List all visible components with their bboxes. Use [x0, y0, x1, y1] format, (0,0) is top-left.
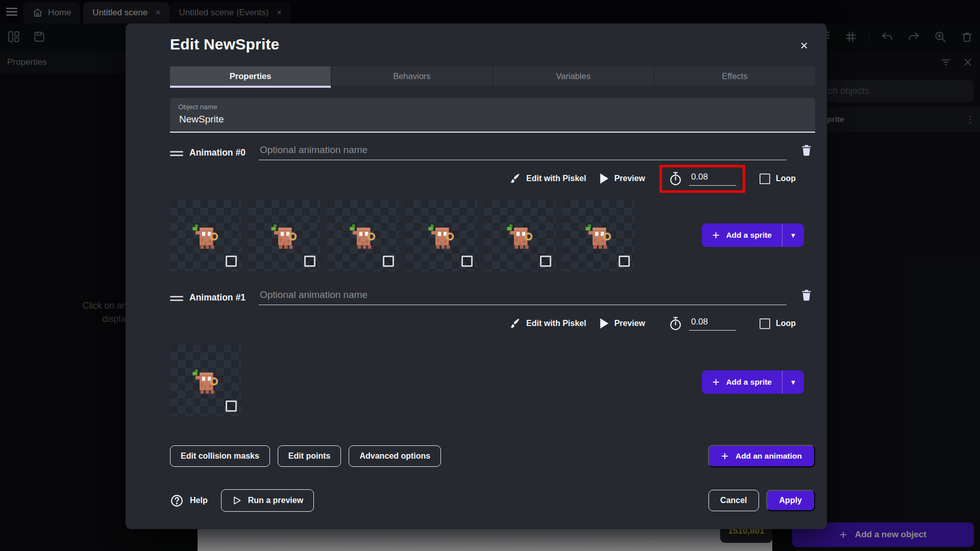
tab-effects[interactable]: Effects — [654, 66, 815, 86]
time-between-frames-field-highlighted[interactable] — [659, 165, 745, 193]
dialog-title: Edit NewSprite — [170, 36, 280, 53]
cancel-button[interactable]: Cancel — [708, 490, 758, 511]
frame-select-checkbox[interactable] — [383, 256, 394, 267]
pig-sprite-image — [268, 218, 301, 251]
loop-checkbox[interactable] — [760, 318, 770, 329]
animation-1-header: Animation #1 — [170, 289, 815, 305]
animation-title: Animation #0 — [189, 147, 246, 158]
stopwatch-icon — [669, 171, 682, 186]
animation-1-controls: Edit with Piskel Preview Loop — [170, 307, 815, 340]
pig-sprite-image — [582, 218, 615, 251]
time-between-frames-input[interactable] — [689, 317, 736, 331]
sprite-frame-thumbnail[interactable] — [249, 200, 320, 271]
stopwatch-icon — [669, 316, 682, 331]
add-a-sprite-button[interactable]: + Add a sprite ▼ — [702, 370, 804, 394]
sprite-frame-thumbnail[interactable] — [406, 200, 477, 271]
animation-1-frames: + Add a sprite ▼ — [170, 345, 815, 416]
plus-icon: + — [721, 450, 728, 462]
object-name-field[interactable]: Object name — [170, 98, 815, 133]
object-name-field-label: Object name — [178, 103, 807, 111]
delete-animation-icon[interactable] — [800, 288, 815, 304]
play-icon — [600, 173, 608, 184]
delete-animation-icon[interactable] — [800, 143, 815, 159]
time-between-frames-field[interactable] — [659, 310, 745, 338]
pig-sprite-image — [189, 218, 222, 251]
plus-icon: + — [712, 229, 719, 241]
run-a-preview-button[interactable]: Run a preview — [221, 489, 314, 512]
edit-with-piskel-button[interactable]: Edit with Piskel — [509, 173, 586, 184]
frame-select-checkbox[interactable] — [540, 256, 551, 267]
help-button[interactable]: Help — [170, 494, 208, 508]
drag-handle-icon[interactable] — [170, 293, 183, 304]
time-between-frames-input[interactable] — [689, 172, 736, 186]
frame-select-checkbox[interactable] — [619, 256, 630, 267]
frame-select-checkbox[interactable] — [226, 256, 237, 267]
tab-variables[interactable]: Variables — [493, 66, 654, 86]
play-outline-icon — [232, 495, 242, 506]
edit-collision-masks-button[interactable]: Edit collision masks — [170, 445, 270, 467]
edit-with-piskel-button[interactable]: Edit with Piskel — [509, 318, 586, 329]
loop-checkbox[interactable] — [760, 173, 770, 184]
add-an-animation-button[interactable]: + Add an animation — [708, 445, 815, 467]
preview-button[interactable]: Preview — [600, 173, 645, 184]
play-icon — [600, 318, 608, 329]
pig-sprite-image — [189, 363, 222, 396]
pig-sprite-image — [504, 218, 536, 251]
tab-properties[interactable]: Properties — [170, 66, 331, 86]
pig-sprite-image — [347, 218, 379, 251]
dialog-tab-bar: Properties Behaviors Variables Effects — [170, 66, 815, 86]
edit-sprite-dialog: Edit NewSprite × Properties Behaviors Va… — [126, 23, 827, 529]
sprite-frame-thumbnail[interactable] — [170, 345, 241, 416]
animation-0-controls: Edit with Piskel Preview Loop — [170, 162, 815, 195]
loop-toggle[interactable]: Loop — [760, 318, 796, 329]
help-icon — [170, 494, 184, 508]
sprite-frame-thumbnail[interactable] — [484, 200, 556, 271]
object-name-input[interactable] — [178, 113, 807, 126]
animation-0-frames: + Add a sprite ▼ — [170, 200, 815, 271]
edit-points-button[interactable]: Edit points — [278, 445, 341, 467]
dropdown-caret-icon[interactable]: ▼ — [782, 223, 804, 247]
dropdown-caret-icon[interactable]: ▼ — [782, 370, 804, 394]
animation-name-input[interactable] — [259, 289, 787, 305]
frame-select-checkbox[interactable] — [461, 256, 473, 267]
frame-select-checkbox[interactable] — [226, 400, 237, 412]
animation-title: Animation #1 — [189, 292, 246, 303]
sprite-frame-thumbnail[interactable] — [327, 200, 399, 271]
app-window: Home Untitled scene × Untitled scene (Ev… — [0, 0, 980, 551]
add-a-sprite-button[interactable]: + Add a sprite ▼ — [702, 223, 804, 247]
frame-select-checkbox[interactable] — [304, 256, 315, 267]
animation-0-header: Animation #0 — [170, 144, 815, 160]
animation-name-input[interactable] — [259, 144, 787, 160]
apply-button[interactable]: Apply — [766, 490, 815, 511]
pig-sprite-image — [425, 218, 458, 251]
brush-icon — [509, 173, 521, 184]
advanced-options-button[interactable]: Advanced options — [349, 445, 441, 467]
sprite-frame-thumbnail[interactable] — [170, 200, 241, 271]
close-dialog-icon[interactable]: × — [800, 39, 808, 52]
drag-handle-icon[interactable] — [170, 148, 183, 159]
tab-behaviors[interactable]: Behaviors — [331, 66, 493, 86]
plus-icon: + — [712, 376, 719, 388]
sprite-frame-thumbnail[interactable] — [563, 200, 634, 271]
brush-icon — [509, 318, 521, 329]
preview-button[interactable]: Preview — [600, 318, 645, 329]
loop-toggle[interactable]: Loop — [760, 173, 796, 184]
